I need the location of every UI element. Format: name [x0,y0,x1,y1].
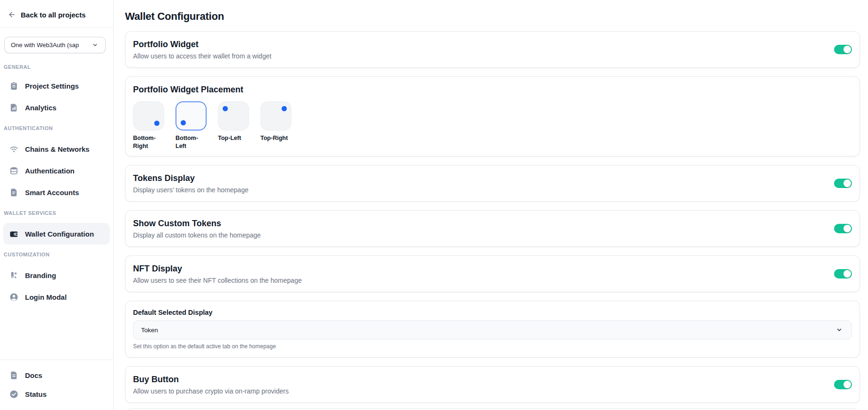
sidebar-item-label: Docs [25,371,42,379]
show-custom-tokens-card: Show Custom Tokens Display all custom to… [125,210,860,247]
section-label-customization: CUSTOMIZATION [0,245,113,264]
card-description: Allow users to access their wallet from … [133,51,271,61]
toggle-knob [843,381,851,388]
sidebar-item-authentication[interactable]: Authentication [3,160,110,181]
select-value: Token [141,327,158,334]
sidebar-item-docs[interactable]: Docs [3,366,110,385]
sidebar: Back to all projects One with Web3Auth (… [0,0,114,410]
field-label: Default Selected Display [133,309,852,316]
sidebar-item-wallet-configuration[interactable]: Wallet Configuration [3,223,110,245]
card-title: Tokens Display [133,172,249,184]
toggle-knob [843,270,851,278]
field-helper-text: Set this option as the default active ta… [133,343,852,350]
card-description: Allow users to see their NFT collections… [133,276,302,285]
placement-option-top-left: Top-Left [218,101,251,150]
project-selector-dropdown[interactable]: One with Web3Auth (sap [4,37,106,53]
card-title: Portfolio Widget Placement [133,84,852,95]
placement-dot [154,121,159,126]
wallet-icon [9,229,18,238]
doc-icon [9,370,18,380]
card-description: Allow users to purchase crypto via on-ra… [133,386,289,396]
sidebar-item-label: Wallet Configuration [25,230,94,238]
portfolio-widget-card: Portfolio Widget Allow users to access t… [125,31,860,68]
sidebar-item-login-modal[interactable]: Login Modal [3,286,110,308]
chevron-down-icon [90,41,100,50]
toggle-knob [843,225,851,232]
sidebar-item-label: Smart Accounts [25,189,79,197]
buy-button-toggle[interactable] [834,380,852,389]
card-title: Portfolio Widget [133,39,271,50]
database-icon [9,166,18,175]
section-label-authentication: AUTHENTICATION [0,118,113,138]
sidebar-item-label: Chains & Networks [25,145,90,153]
placement-label: Bottom-Right [133,134,166,150]
sidebar-item-status[interactable]: Status [3,385,110,403]
arrow-left-icon [7,10,16,19]
card-title: Buy Button [133,374,289,385]
check-circle-icon [9,389,18,399]
sidebar-item-branding[interactable]: Branding [3,264,110,286]
section-label-general: GENERAL [0,59,113,75]
nft-display-card: NFT Display Allow users to see their NFT… [125,255,860,292]
section-label-wallet-services: WALLET SERVICES [0,203,113,223]
placement-tile-top-right[interactable] [260,101,292,131]
toggle-knob [843,46,851,53]
tokens-display-card: Tokens Display Display users' tokens on … [125,165,860,202]
main-content: Wallet Configuration Portfolio Widget Al… [114,0,868,410]
chevron-down-icon [835,325,844,335]
show-custom-tokens-toggle[interactable] [834,224,852,233]
default-display-select[interactable]: Token [133,320,852,339]
brush-icon [9,271,18,280]
placement-label: Bottom-Left [175,134,209,150]
sidebar-item-label: Authentication [25,167,75,175]
placement-tile-top-left[interactable] [218,101,249,131]
default-selected-display-card: Default Selected Display Token Set this … [125,301,860,358]
analytics-icon [9,103,18,112]
card-text: Portfolio Widget Allow users to access t… [133,39,271,61]
portfolio-widget-toggle[interactable] [834,45,852,54]
sidebar-item-smart-accounts[interactable]: Smart Accounts [3,181,110,203]
sidebar-item-label: Login Modal [25,293,67,301]
portfolio-widget-placement-card: Portfolio Widget Placement Bottom-Right … [125,76,860,156]
placement-option-top-right: Top-Right [260,101,293,150]
page-title: Wallet Configuration [125,10,860,23]
wifi-icon [9,144,18,154]
placement-dot [181,120,186,125]
card-title: Show Custom Tokens [133,218,261,229]
sidebar-item-chains-networks[interactable]: Chains & Networks [3,138,110,160]
card-text: NFT Display Allow users to see their NFT… [133,263,302,285]
back-label: Back to all projects [21,11,86,19]
placement-dot [282,106,287,111]
tokens-display-toggle[interactable] [834,179,852,188]
placement-option-bottom-left: Bottom-Left [175,101,209,150]
card-text: Buy Button Allow users to purchase crypt… [133,374,289,396]
card-text: Show Custom Tokens Display all custom to… [133,218,261,240]
placement-option-bottom-right: Bottom-Right [133,101,166,150]
card-description: Display users' tokens on the homepage [133,185,249,195]
card-title: NFT Display [133,263,302,274]
placement-tile-bottom-left[interactable] [175,101,207,131]
sidebar-item-label: Project Settings [25,82,79,90]
file-icon [9,188,18,197]
sidebar-item-analytics[interactable]: Analytics [3,97,110,118]
sidebar-item-label: Analytics [25,104,57,112]
sidebar-item-project-settings[interactable]: Project Settings [3,75,110,97]
back-to-projects-link[interactable]: Back to all projects [0,0,113,20]
placement-dot [223,106,228,111]
placement-options: Bottom-Right Bottom-Left Top-Left [133,101,852,150]
project-selector-value: One with Web3Auth (sap [11,41,79,49]
placement-label: Top-Left [218,134,251,142]
buy-button-card: Buy Button Allow users to purchase crypt… [125,366,860,403]
placement-tile-bottom-right[interactable] [133,101,164,131]
sidebar-divider [0,27,113,28]
sidebar-item-label: Status [25,390,47,398]
placement-label: Top-Right [260,134,293,142]
toggle-knob [843,180,851,187]
card-description: Display all custom tokens on the homepag… [133,230,261,240]
card-text: Tokens Display Display users' tokens on … [133,172,249,195]
nft-display-toggle[interactable] [834,269,852,279]
sidebar-item-label: Branding [25,271,56,279]
wallet-configuration-page: Back to all projects One with Web3Auth (… [0,0,868,410]
clipboard-icon [9,81,18,90]
user-icon [9,292,18,302]
